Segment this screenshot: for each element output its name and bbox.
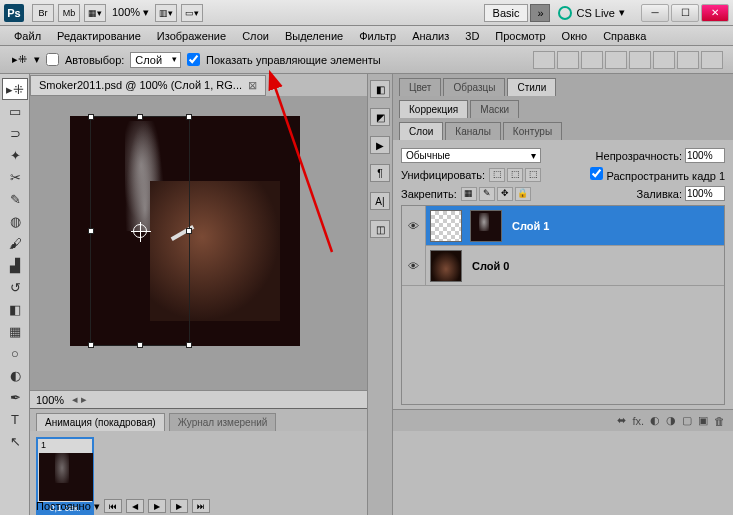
menu-3d[interactable]: 3D	[457, 30, 487, 42]
align-2[interactable]	[557, 51, 579, 69]
menu-help[interactable]: Справка	[595, 30, 654, 42]
group-icon[interactable]: ▢	[682, 414, 692, 427]
animation-tab[interactable]: Анимация (покадровая)	[36, 413, 165, 431]
layer-name[interactable]: Слой 0	[472, 260, 509, 272]
unify-visibility-icon[interactable]: ⬚	[507, 168, 523, 182]
zoom-level[interactable]: 100%	[36, 394, 64, 406]
align-6[interactable]	[653, 51, 675, 69]
menu-window[interactable]: Окно	[554, 30, 596, 42]
fill-input[interactable]	[685, 186, 725, 201]
workspace-basic-button[interactable]: Basic	[484, 4, 529, 22]
last-frame-button[interactable]: ⏭	[192, 499, 210, 513]
layer-fx-icon[interactable]: fx.	[632, 415, 644, 427]
align-1[interactable]	[533, 51, 555, 69]
next-frame-button[interactable]: ▶	[170, 499, 188, 513]
loop-select[interactable]: Постоянно ▾	[36, 500, 100, 513]
lock-pixels-icon[interactable]: ✎	[479, 187, 495, 201]
crop-tool[interactable]: ✂	[2, 166, 28, 188]
layer-row[interactable]: 👁 Слой 1	[402, 206, 724, 246]
menu-layers[interactable]: Слои	[234, 30, 277, 42]
lasso-tool[interactable]: ⊃	[2, 122, 28, 144]
link-layers-icon[interactable]: ⬌	[617, 414, 626, 427]
autoselect-target-select[interactable]: Слой	[130, 52, 181, 68]
swatches-tab[interactable]: Образцы	[443, 78, 505, 96]
transform-handle[interactable]	[186, 228, 192, 234]
propagate-checkbox[interactable]	[590, 167, 603, 180]
wand-tool[interactable]: ✦	[2, 144, 28, 166]
transform-bounds[interactable]	[90, 116, 190, 346]
layer-thumbnail[interactable]	[430, 250, 462, 282]
dodge-tool[interactable]: ◐	[2, 364, 28, 386]
stamp-tool[interactable]: ▟	[2, 254, 28, 276]
layer-thumbnail[interactable]	[430, 210, 462, 242]
align-5[interactable]	[629, 51, 651, 69]
visibility-icon[interactable]: 👁	[402, 246, 426, 286]
menu-filter[interactable]: Фильтр	[351, 30, 404, 42]
lock-position-icon[interactable]: ✥	[497, 187, 513, 201]
transform-handle[interactable]	[88, 228, 94, 234]
adjustments-tab[interactable]: Коррекция	[399, 100, 468, 118]
layer-name[interactable]: Слой 1	[512, 220, 549, 232]
menu-view[interactable]: Просмотр	[487, 30, 553, 42]
menu-edit[interactable]: Редактирование	[49, 30, 149, 42]
zoom-select[interactable]: 100% ▾	[112, 6, 149, 19]
menu-analysis[interactable]: Анализ	[404, 30, 457, 42]
window-close-button[interactable]: ✕	[701, 4, 729, 22]
autoselect-checkbox[interactable]	[46, 53, 59, 66]
prev-frame-button[interactable]: ◀	[126, 499, 144, 513]
pen-tool[interactable]: ✒	[2, 386, 28, 408]
channels-tab[interactable]: Каналы	[445, 122, 501, 140]
tab-overflow-icon[interactable]: »	[272, 79, 278, 91]
unify-position-icon[interactable]: ⬚	[489, 168, 505, 182]
canvas[interactable]	[30, 96, 367, 390]
align-7[interactable]	[677, 51, 699, 69]
move-tool[interactable]: ▸⁜	[2, 78, 28, 100]
menu-image[interactable]: Изображение	[149, 30, 234, 42]
path-tool[interactable]: ↖	[2, 430, 28, 452]
window-maximize-button[interactable]: ☐	[671, 4, 699, 22]
healing-tool[interactable]: ◍	[2, 210, 28, 232]
collapsed-panel-icon[interactable]: ◧	[370, 80, 390, 98]
type-tool[interactable]: T	[2, 408, 28, 430]
opacity-input[interactable]	[685, 148, 725, 163]
screenmode-button[interactable]: ▭▾	[181, 4, 203, 22]
align-4[interactable]	[605, 51, 627, 69]
marquee-tool[interactable]: ▭	[2, 100, 28, 122]
layer-mask-icon[interactable]: ◐	[650, 414, 660, 427]
transform-center-icon[interactable]	[133, 224, 147, 238]
history-brush-tool[interactable]: ↺	[2, 276, 28, 298]
lock-all-icon[interactable]: 🔒	[515, 187, 531, 201]
arrange-button[interactable]: ▥▾	[155, 4, 177, 22]
gradient-tool[interactable]: ▦	[2, 320, 28, 342]
transform-handle[interactable]	[186, 114, 192, 120]
eraser-tool[interactable]: ◧	[2, 298, 28, 320]
menu-select[interactable]: Выделение	[277, 30, 351, 42]
new-layer-icon[interactable]: ▣	[698, 414, 708, 427]
layers-tab[interactable]: Слои	[399, 122, 443, 140]
lock-transparency-icon[interactable]: ▦	[461, 187, 477, 201]
styles-tab[interactable]: Стили	[507, 78, 556, 96]
masks-tab[interactable]: Маски	[470, 100, 519, 118]
window-minimize-button[interactable]: ─	[641, 4, 669, 22]
align-3[interactable]	[581, 51, 603, 69]
collapsed-panel-icon[interactable]: ¶	[370, 164, 390, 182]
adjustment-layer-icon[interactable]: ◑	[666, 414, 676, 427]
delete-layer-icon[interactable]: 🗑	[714, 415, 725, 427]
layer-thumbnail[interactable]	[470, 210, 502, 242]
transform-handle[interactable]	[88, 114, 94, 120]
close-doc-icon[interactable]: ⊠	[248, 79, 257, 92]
layer-row[interactable]: 👁 Слой 0	[402, 246, 724, 286]
paths-tab[interactable]: Контуры	[503, 122, 562, 140]
cslive-button[interactable]: CS Live ▾	[558, 6, 625, 20]
visibility-icon[interactable]: 👁	[402, 206, 426, 246]
play-button[interactable]: ▶	[148, 499, 166, 513]
bridge-button[interactable]: Br	[32, 4, 54, 22]
collapsed-panel-icon[interactable]: ▶	[370, 136, 390, 154]
brush-tool[interactable]: 🖌	[2, 232, 28, 254]
collapsed-panel-icon[interactable]: A|	[370, 192, 390, 210]
unify-style-icon[interactable]: ⬚	[525, 168, 541, 182]
first-frame-button[interactable]: ⏮	[104, 499, 122, 513]
collapsed-panel-icon[interactable]: ◫	[370, 220, 390, 238]
blend-mode-select[interactable]: Обычные	[401, 148, 541, 163]
measurement-log-tab[interactable]: Журнал измерений	[169, 413, 277, 431]
